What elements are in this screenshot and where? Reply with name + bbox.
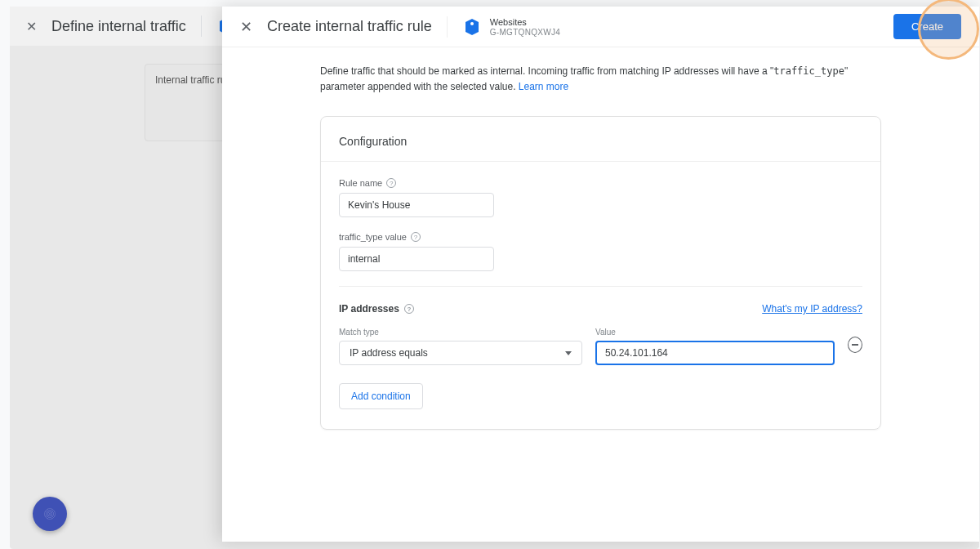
modal-header: ✕ Create internal traffic rule Websites … (222, 7, 979, 47)
add-condition-button[interactable]: Add condition (339, 383, 423, 409)
ip-section-label: IP addresses ? (339, 303, 414, 315)
learn-more-link[interactable]: Learn more (519, 81, 568, 92)
modal-body: Define traffic that should be marked as … (222, 47, 979, 454)
traffic-type-input[interactable] (339, 247, 494, 271)
value-label: Value (595, 328, 835, 337)
rule-name-input[interactable] (339, 193, 494, 217)
traffic-type-label-text: traffic_type value (339, 232, 407, 242)
traffic-type-field: traffic_type value ? (339, 232, 862, 271)
close-icon[interactable]: ✕ (240, 18, 252, 36)
create-rule-modal: ✕ Create internal traffic rule Websites … (222, 7, 979, 542)
match-type-label: Match type (339, 328, 582, 337)
tag-icon (462, 17, 482, 37)
close-icon[interactable]: ✕ (26, 19, 37, 34)
desc-code: traffic_type (773, 65, 844, 77)
modal-tag-text: Websites G-MGTQNQXWJ4 (490, 17, 560, 37)
modal-tag-block: Websites G-MGTQNQXWJ4 (462, 17, 560, 37)
bg-page-title: Define internal traffic (51, 18, 186, 35)
help-icon[interactable]: ? (386, 178, 396, 188)
match-type-select[interactable]: IP address equals (339, 341, 582, 365)
description-text: Define traffic that should be marked as … (320, 64, 881, 95)
traffic-type-label: traffic_type value ? (339, 232, 862, 242)
rule-name-label: Rule name ? (339, 178, 862, 188)
divider (447, 16, 448, 38)
create-button[interactable]: Create (893, 14, 961, 39)
ip-condition-row: Match type IP address equals Value (339, 328, 862, 365)
match-type-value: IP address equals (350, 347, 428, 359)
chevron-down-icon (565, 351, 572, 355)
ip-section-label-text: IP addresses (339, 303, 399, 315)
svg-point-1 (470, 22, 474, 25)
match-type-column: Match type IP address equals (339, 328, 582, 365)
divider (321, 161, 880, 162)
rule-name-field: Rule name ? (339, 178, 862, 217)
divider (201, 16, 202, 37)
modal-title: Create internal traffic rule (267, 18, 432, 35)
desc-pre: Define traffic that should be marked as … (320, 65, 773, 77)
help-icon[interactable]: ? (411, 232, 421, 242)
fab-button[interactable] (33, 497, 67, 531)
modal-tag-id: G-MGTQNQXWJ4 (490, 28, 560, 37)
help-icon[interactable]: ? (404, 304, 414, 314)
whats-my-ip-link[interactable]: What's my IP address? (762, 303, 862, 315)
configuration-card: Configuration Rule name ? traffic_type v… (320, 116, 881, 430)
value-column: Value (595, 328, 835, 365)
ip-section-header: IP addresses ? What's my IP address? (339, 303, 862, 315)
modal-tag-name: Websites (490, 17, 560, 27)
divider (339, 286, 862, 287)
fingerprint-icon (44, 508, 56, 520)
config-section-title: Configuration (339, 135, 862, 148)
remove-condition-icon[interactable] (848, 337, 862, 353)
rule-name-label-text: Rule name (339, 178, 382, 188)
ip-value-input[interactable] (595, 341, 835, 365)
